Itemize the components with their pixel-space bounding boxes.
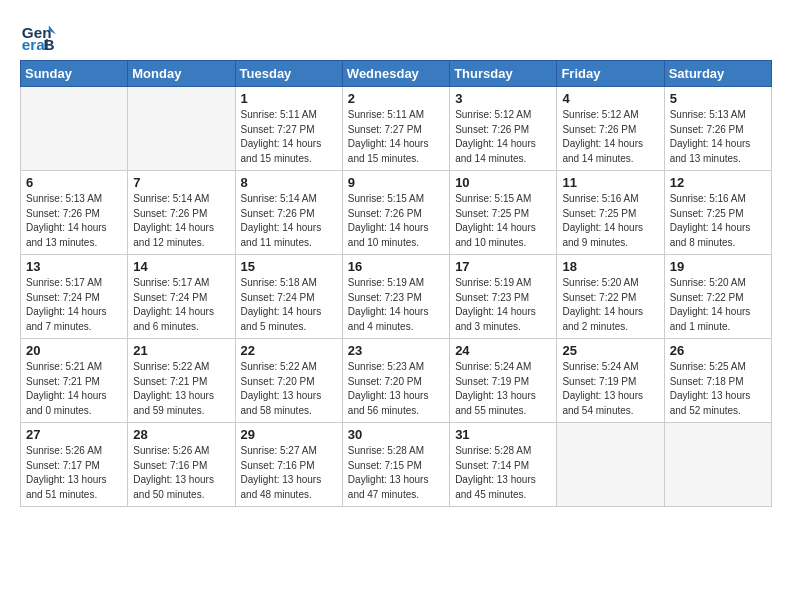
calendar-header-thursday: Thursday (450, 61, 557, 87)
calendar-header-tuesday: Tuesday (235, 61, 342, 87)
calendar-cell: 30Sunrise: 5:28 AM Sunset: 7:15 PM Dayli… (342, 423, 449, 507)
day-info: Sunrise: 5:13 AM Sunset: 7:26 PM Dayligh… (670, 108, 766, 166)
day-info: Sunrise: 5:15 AM Sunset: 7:25 PM Dayligh… (455, 192, 551, 250)
day-number: 31 (455, 427, 551, 442)
day-number: 10 (455, 175, 551, 190)
calendar-cell: 1Sunrise: 5:11 AM Sunset: 7:27 PM Daylig… (235, 87, 342, 171)
calendar-cell: 28Sunrise: 5:26 AM Sunset: 7:16 PM Dayli… (128, 423, 235, 507)
calendar: SundayMondayTuesdayWednesdayThursdayFrid… (20, 60, 772, 507)
day-number: 20 (26, 343, 122, 358)
day-info: Sunrise: 5:14 AM Sunset: 7:26 PM Dayligh… (241, 192, 337, 250)
day-number: 26 (670, 343, 766, 358)
day-info: Sunrise: 5:11 AM Sunset: 7:27 PM Dayligh… (348, 108, 444, 166)
calendar-cell: 16Sunrise: 5:19 AM Sunset: 7:23 PM Dayli… (342, 255, 449, 339)
day-info: Sunrise: 5:22 AM Sunset: 7:21 PM Dayligh… (133, 360, 229, 418)
day-info: Sunrise: 5:28 AM Sunset: 7:15 PM Dayligh… (348, 444, 444, 502)
day-info: Sunrise: 5:26 AM Sunset: 7:17 PM Dayligh… (26, 444, 122, 502)
day-info: Sunrise: 5:19 AM Sunset: 7:23 PM Dayligh… (348, 276, 444, 334)
calendar-cell: 23Sunrise: 5:23 AM Sunset: 7:20 PM Dayli… (342, 339, 449, 423)
calendar-header-wednesday: Wednesday (342, 61, 449, 87)
calendar-cell: 6Sunrise: 5:13 AM Sunset: 7:26 PM Daylig… (21, 171, 128, 255)
day-info: Sunrise: 5:18 AM Sunset: 7:24 PM Dayligh… (241, 276, 337, 334)
day-info: Sunrise: 5:15 AM Sunset: 7:26 PM Dayligh… (348, 192, 444, 250)
day-info: Sunrise: 5:17 AM Sunset: 7:24 PM Dayligh… (133, 276, 229, 334)
calendar-cell: 14Sunrise: 5:17 AM Sunset: 7:24 PM Dayli… (128, 255, 235, 339)
day-number: 7 (133, 175, 229, 190)
day-number: 13 (26, 259, 122, 274)
day-number: 11 (562, 175, 658, 190)
calendar-cell: 27Sunrise: 5:26 AM Sunset: 7:17 PM Dayli… (21, 423, 128, 507)
day-number: 1 (241, 91, 337, 106)
day-number: 4 (562, 91, 658, 106)
day-info: Sunrise: 5:12 AM Sunset: 7:26 PM Dayligh… (455, 108, 551, 166)
day-number: 5 (670, 91, 766, 106)
day-info: Sunrise: 5:26 AM Sunset: 7:16 PM Dayligh… (133, 444, 229, 502)
calendar-header-monday: Monday (128, 61, 235, 87)
calendar-cell: 25Sunrise: 5:24 AM Sunset: 7:19 PM Dayli… (557, 339, 664, 423)
calendar-cell: 4Sunrise: 5:12 AM Sunset: 7:26 PM Daylig… (557, 87, 664, 171)
day-number: 3 (455, 91, 551, 106)
day-info: Sunrise: 5:25 AM Sunset: 7:18 PM Dayligh… (670, 360, 766, 418)
calendar-cell: 11Sunrise: 5:16 AM Sunset: 7:25 PM Dayli… (557, 171, 664, 255)
day-number: 15 (241, 259, 337, 274)
day-info: Sunrise: 5:20 AM Sunset: 7:22 PM Dayligh… (562, 276, 658, 334)
calendar-cell (21, 87, 128, 171)
day-number: 9 (348, 175, 444, 190)
day-number: 24 (455, 343, 551, 358)
calendar-cell: 31Sunrise: 5:28 AM Sunset: 7:14 PM Dayli… (450, 423, 557, 507)
day-info: Sunrise: 5:28 AM Sunset: 7:14 PM Dayligh… (455, 444, 551, 502)
logo: Gen eral B (20, 18, 60, 54)
day-info: Sunrise: 5:19 AM Sunset: 7:23 PM Dayligh… (455, 276, 551, 334)
day-info: Sunrise: 5:21 AM Sunset: 7:21 PM Dayligh… (26, 360, 122, 418)
day-info: Sunrise: 5:23 AM Sunset: 7:20 PM Dayligh… (348, 360, 444, 418)
day-number: 25 (562, 343, 658, 358)
page: Gen eral B SundayMondayTuesdayWednesdayT… (0, 0, 792, 612)
calendar-cell: 3Sunrise: 5:12 AM Sunset: 7:26 PM Daylig… (450, 87, 557, 171)
day-info: Sunrise: 5:22 AM Sunset: 7:20 PM Dayligh… (241, 360, 337, 418)
header: Gen eral B (20, 18, 772, 54)
calendar-cell (128, 87, 235, 171)
day-info: Sunrise: 5:24 AM Sunset: 7:19 PM Dayligh… (562, 360, 658, 418)
calendar-cell (664, 423, 771, 507)
day-info: Sunrise: 5:27 AM Sunset: 7:16 PM Dayligh… (241, 444, 337, 502)
day-number: 28 (133, 427, 229, 442)
calendar-cell: 2Sunrise: 5:11 AM Sunset: 7:27 PM Daylig… (342, 87, 449, 171)
calendar-cell: 21Sunrise: 5:22 AM Sunset: 7:21 PM Dayli… (128, 339, 235, 423)
calendar-cell: 15Sunrise: 5:18 AM Sunset: 7:24 PM Dayli… (235, 255, 342, 339)
logo-icon: Gen eral B (20, 18, 56, 54)
day-number: 18 (562, 259, 658, 274)
day-info: Sunrise: 5:11 AM Sunset: 7:27 PM Dayligh… (241, 108, 337, 166)
day-number: 16 (348, 259, 444, 274)
calendar-cell: 26Sunrise: 5:25 AM Sunset: 7:18 PM Dayli… (664, 339, 771, 423)
day-info: Sunrise: 5:13 AM Sunset: 7:26 PM Dayligh… (26, 192, 122, 250)
svg-text:B: B (43, 36, 54, 53)
day-info: Sunrise: 5:16 AM Sunset: 7:25 PM Dayligh… (670, 192, 766, 250)
calendar-cell: 24Sunrise: 5:24 AM Sunset: 7:19 PM Dayli… (450, 339, 557, 423)
day-number: 14 (133, 259, 229, 274)
day-number: 12 (670, 175, 766, 190)
day-info: Sunrise: 5:14 AM Sunset: 7:26 PM Dayligh… (133, 192, 229, 250)
day-number: 2 (348, 91, 444, 106)
calendar-cell: 22Sunrise: 5:22 AM Sunset: 7:20 PM Dayli… (235, 339, 342, 423)
day-number: 29 (241, 427, 337, 442)
calendar-cell: 29Sunrise: 5:27 AM Sunset: 7:16 PM Dayli… (235, 423, 342, 507)
day-number: 19 (670, 259, 766, 274)
calendar-header-friday: Friday (557, 61, 664, 87)
calendar-cell: 20Sunrise: 5:21 AM Sunset: 7:21 PM Dayli… (21, 339, 128, 423)
day-info: Sunrise: 5:17 AM Sunset: 7:24 PM Dayligh… (26, 276, 122, 334)
calendar-cell: 9Sunrise: 5:15 AM Sunset: 7:26 PM Daylig… (342, 171, 449, 255)
calendar-cell: 19Sunrise: 5:20 AM Sunset: 7:22 PM Dayli… (664, 255, 771, 339)
calendar-cell: 13Sunrise: 5:17 AM Sunset: 7:24 PM Dayli… (21, 255, 128, 339)
day-number: 22 (241, 343, 337, 358)
calendar-cell: 12Sunrise: 5:16 AM Sunset: 7:25 PM Dayli… (664, 171, 771, 255)
day-number: 8 (241, 175, 337, 190)
calendar-cell: 8Sunrise: 5:14 AM Sunset: 7:26 PM Daylig… (235, 171, 342, 255)
day-number: 6 (26, 175, 122, 190)
calendar-cell: 18Sunrise: 5:20 AM Sunset: 7:22 PM Dayli… (557, 255, 664, 339)
calendar-header-row: SundayMondayTuesdayWednesdayThursdayFrid… (21, 61, 772, 87)
day-info: Sunrise: 5:16 AM Sunset: 7:25 PM Dayligh… (562, 192, 658, 250)
day-number: 23 (348, 343, 444, 358)
day-info: Sunrise: 5:20 AM Sunset: 7:22 PM Dayligh… (670, 276, 766, 334)
day-number: 30 (348, 427, 444, 442)
day-info: Sunrise: 5:24 AM Sunset: 7:19 PM Dayligh… (455, 360, 551, 418)
